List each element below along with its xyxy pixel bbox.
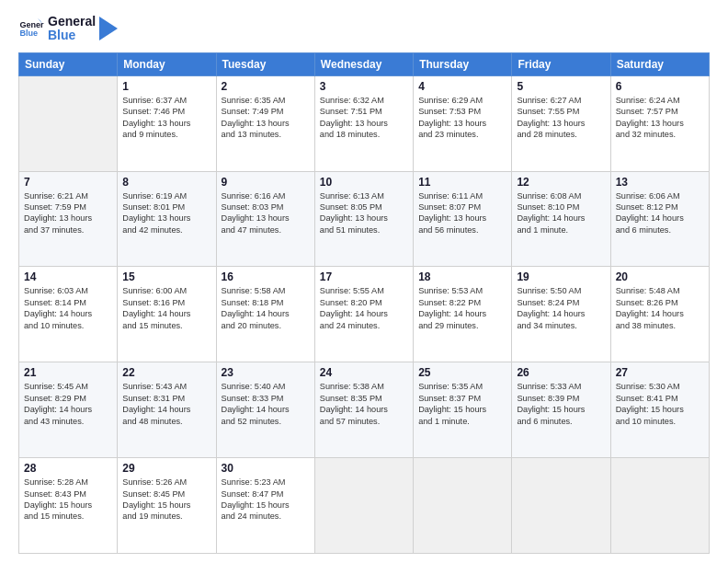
- day-number: 28: [24, 462, 112, 475]
- day-info: Sunrise: 5:58 AMSunset: 8:18 PMDaylight:…: [222, 285, 310, 331]
- day-info: Sunrise: 5:38 AMSunset: 8:35 PMDaylight:…: [320, 381, 408, 427]
- calendar-week-2: 7Sunrise: 6:21 AMSunset: 7:59 PMDaylight…: [19, 171, 710, 267]
- day-number: 30: [222, 462, 310, 475]
- calendar-cell: [610, 458, 709, 554]
- day-number: 25: [418, 366, 506, 379]
- calendar-cell: 28Sunrise: 5:28 AMSunset: 8:43 PMDayligh…: [19, 458, 118, 554]
- calendar-cell: 19Sunrise: 5:50 AMSunset: 8:24 PMDayligh…: [512, 267, 610, 362]
- calendar-cell: 27Sunrise: 5:30 AMSunset: 8:41 PMDayligh…: [610, 362, 709, 458]
- logo-icon: General Blue: [18, 16, 44, 41]
- day-info: Sunrise: 5:33 AMSunset: 8:39 PMDaylight:…: [517, 381, 605, 427]
- day-info: Sunrise: 6:13 AMSunset: 8:05 PMDaylight:…: [320, 190, 408, 236]
- weekday-header-tuesday: Tuesday: [216, 52, 314, 75]
- calendar-week-3: 14Sunrise: 6:03 AMSunset: 8:14 PMDayligh…: [19, 267, 710, 362]
- day-info: Sunrise: 6:00 AMSunset: 8:16 PMDaylight:…: [122, 285, 210, 331]
- calendar-cell: 10Sunrise: 6:13 AMSunset: 8:05 PMDayligh…: [314, 171, 413, 267]
- header: General Blue General Blue: [18, 15, 710, 43]
- calendar-cell: [314, 458, 413, 554]
- day-number: 20: [616, 270, 704, 283]
- calendar-week-5: 28Sunrise: 5:28 AMSunset: 8:43 PMDayligh…: [19, 458, 710, 554]
- calendar-cell: 18Sunrise: 5:53 AMSunset: 8:22 PMDayligh…: [414, 267, 512, 362]
- calendar-cell: 23Sunrise: 5:40 AMSunset: 8:33 PMDayligh…: [216, 362, 314, 458]
- day-info: Sunrise: 5:55 AMSunset: 8:20 PMDaylight:…: [320, 285, 408, 331]
- day-info: Sunrise: 6:08 AMSunset: 8:10 PMDaylight:…: [517, 190, 605, 236]
- day-number: 24: [320, 366, 408, 379]
- day-info: Sunrise: 5:28 AMSunset: 8:43 PMDaylight:…: [24, 477, 112, 523]
- day-number: 9: [222, 176, 310, 189]
- calendar-page: General Blue General Blue SundayMondayTu…: [0, 0, 728, 563]
- day-number: 10: [320, 176, 408, 189]
- weekday-header-monday: Monday: [118, 52, 216, 75]
- day-info: Sunrise: 5:26 AMSunset: 8:45 PMDaylight:…: [122, 477, 210, 523]
- calendar-cell: [414, 458, 512, 554]
- day-number: 29: [122, 462, 210, 475]
- day-number: 4: [418, 80, 506, 93]
- day-number: 6: [616, 80, 704, 93]
- day-info: Sunrise: 6:35 AMSunset: 7:49 PMDaylight:…: [222, 95, 310, 141]
- calendar-cell: 7Sunrise: 6:21 AMSunset: 7:59 PMDaylight…: [19, 171, 118, 267]
- day-info: Sunrise: 5:30 AMSunset: 8:41 PMDaylight:…: [616, 381, 704, 427]
- calendar-cell: 1Sunrise: 6:37 AMSunset: 7:46 PMDaylight…: [118, 75, 216, 171]
- day-info: Sunrise: 6:06 AMSunset: 8:12 PMDaylight:…: [616, 190, 704, 236]
- day-info: Sunrise: 6:32 AMSunset: 7:51 PMDaylight:…: [320, 95, 408, 141]
- day-info: Sunrise: 5:50 AMSunset: 8:24 PMDaylight:…: [517, 285, 605, 331]
- calendar-cell: 15Sunrise: 6:00 AMSunset: 8:16 PMDayligh…: [118, 267, 216, 362]
- day-number: 1: [122, 80, 210, 93]
- logo-arrow-icon: [99, 17, 118, 40]
- calendar-cell: 20Sunrise: 5:48 AMSunset: 8:26 PMDayligh…: [610, 267, 709, 362]
- calendar-week-4: 21Sunrise: 5:45 AMSunset: 8:29 PMDayligh…: [19, 362, 710, 458]
- calendar-cell: 17Sunrise: 5:55 AMSunset: 8:20 PMDayligh…: [314, 267, 413, 362]
- day-info: Sunrise: 6:24 AMSunset: 7:57 PMDaylight:…: [616, 95, 704, 141]
- logo-blue: Blue: [48, 29, 96, 42]
- day-number: 11: [418, 176, 506, 189]
- svg-marker-4: [99, 17, 118, 40]
- day-number: 27: [616, 366, 704, 379]
- calendar-cell: 14Sunrise: 6:03 AMSunset: 8:14 PMDayligh…: [19, 267, 118, 362]
- day-number: 8: [122, 176, 210, 189]
- day-info: Sunrise: 5:35 AMSunset: 8:37 PMDaylight:…: [418, 381, 506, 427]
- day-number: 15: [122, 270, 210, 283]
- day-number: 5: [517, 80, 605, 93]
- weekday-header-thursday: Thursday: [414, 52, 512, 75]
- day-number: 7: [24, 176, 112, 189]
- day-number: 17: [320, 270, 408, 283]
- day-number: 2: [222, 80, 310, 93]
- calendar-cell: [19, 75, 118, 171]
- calendar-cell: 13Sunrise: 6:06 AMSunset: 8:12 PMDayligh…: [610, 171, 709, 267]
- day-info: Sunrise: 6:11 AMSunset: 8:07 PMDaylight:…: [418, 190, 506, 236]
- day-info: Sunrise: 5:45 AMSunset: 8:29 PMDaylight:…: [24, 381, 112, 427]
- calendar-cell: 4Sunrise: 6:29 AMSunset: 7:53 PMDaylight…: [414, 75, 512, 171]
- day-number: 3: [320, 80, 408, 93]
- calendar-cell: 16Sunrise: 5:58 AMSunset: 8:18 PMDayligh…: [216, 267, 314, 362]
- calendar-cell: 26Sunrise: 5:33 AMSunset: 8:39 PMDayligh…: [512, 362, 610, 458]
- day-info: Sunrise: 5:40 AMSunset: 8:33 PMDaylight:…: [222, 381, 310, 427]
- day-number: 19: [517, 270, 605, 283]
- calendar-cell: 6Sunrise: 6:24 AMSunset: 7:57 PMDaylight…: [610, 75, 709, 171]
- day-number: 26: [517, 366, 605, 379]
- calendar-cell: 21Sunrise: 5:45 AMSunset: 8:29 PMDayligh…: [19, 362, 118, 458]
- day-number: 12: [517, 176, 605, 189]
- day-number: 18: [418, 270, 506, 283]
- day-info: Sunrise: 6:29 AMSunset: 7:53 PMDaylight:…: [418, 95, 506, 141]
- day-info: Sunrise: 5:53 AMSunset: 8:22 PMDaylight:…: [418, 285, 506, 331]
- calendar-cell: 5Sunrise: 6:27 AMSunset: 7:55 PMDaylight…: [512, 75, 610, 171]
- calendar-cell: 30Sunrise: 5:23 AMSunset: 8:47 PMDayligh…: [216, 458, 314, 554]
- logo-general: General: [48, 15, 96, 29]
- day-info: Sunrise: 6:21 AMSunset: 7:59 PMDaylight:…: [24, 190, 112, 236]
- day-number: 23: [222, 366, 310, 379]
- calendar-cell: 29Sunrise: 5:26 AMSunset: 8:45 PMDayligh…: [118, 458, 216, 554]
- logo: General Blue General Blue: [18, 15, 118, 43]
- day-number: 14: [24, 270, 112, 283]
- day-info: Sunrise: 6:27 AMSunset: 7:55 PMDaylight:…: [517, 95, 605, 141]
- day-info: Sunrise: 5:23 AMSunset: 8:47 PMDaylight:…: [222, 477, 310, 523]
- calendar-cell: [512, 458, 610, 554]
- weekday-header-wednesday: Wednesday: [314, 52, 413, 75]
- day-info: Sunrise: 5:43 AMSunset: 8:31 PMDaylight:…: [122, 381, 210, 427]
- calendar-cell: 2Sunrise: 6:35 AMSunset: 7:49 PMDaylight…: [216, 75, 314, 171]
- day-info: Sunrise: 6:03 AMSunset: 8:14 PMDaylight:…: [24, 285, 112, 331]
- day-info: Sunrise: 6:37 AMSunset: 7:46 PMDaylight:…: [122, 95, 210, 141]
- day-number: 22: [122, 366, 210, 379]
- calendar-cell: 25Sunrise: 5:35 AMSunset: 8:37 PMDayligh…: [414, 362, 512, 458]
- svg-text:Blue: Blue: [19, 29, 38, 39]
- calendar-table: SundayMondayTuesdayWednesdayThursdayFrid…: [18, 52, 710, 554]
